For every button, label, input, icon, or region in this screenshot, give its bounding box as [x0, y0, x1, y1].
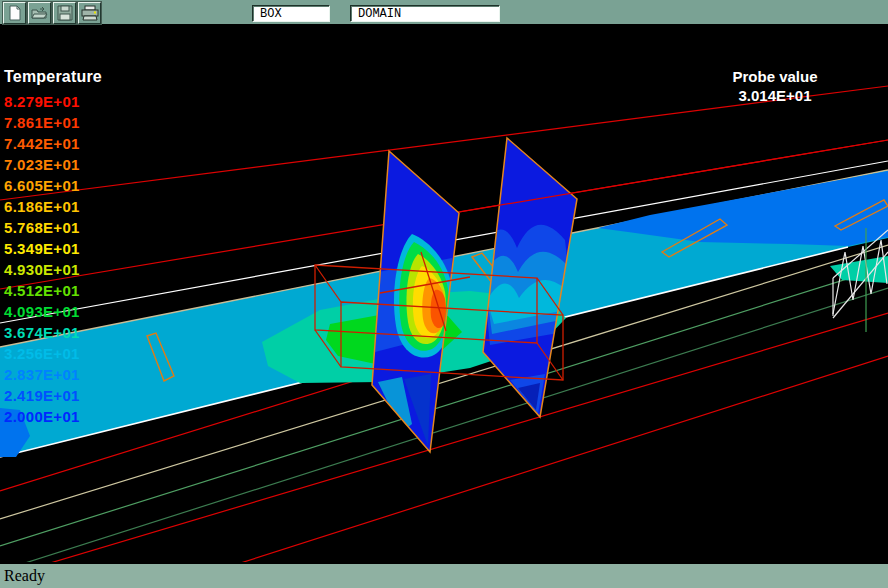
legend-value: 4.512E+01 — [4, 280, 102, 301]
legend-value: 5.768E+01 — [4, 217, 102, 238]
legend-value: 2.419E+01 — [4, 385, 102, 406]
probe-value: 3.014E+01 — [700, 87, 850, 104]
legend-value: 2.837E+01 — [4, 364, 102, 385]
save-floppy-icon — [57, 5, 73, 21]
legend-title: Temperature — [4, 68, 102, 86]
legend-value: 6.605E+01 — [4, 175, 102, 196]
legend-value: 7.442E+01 — [4, 133, 102, 154]
print-icon — [81, 5, 99, 21]
legend-value: 7.023E+01 — [4, 154, 102, 175]
new-button[interactable] — [3, 2, 26, 24]
open-folder-icon — [31, 5, 48, 21]
status-bar: Ready — [0, 562, 888, 588]
probe-readout: Probe value 3.014E+01 — [700, 68, 850, 104]
probe-label: Probe value — [700, 68, 850, 85]
new-document-icon — [7, 5, 23, 21]
object-selector-field[interactable] — [252, 5, 330, 22]
legend-value: 2.000E+01 — [4, 406, 102, 427]
legend-values: 8.279E+017.861E+017.442E+017.023E+016.60… — [4, 91, 102, 427]
open-button[interactable] — [28, 2, 51, 24]
legend-value: 5.349E+01 — [4, 238, 102, 259]
save-button[interactable] — [53, 2, 76, 24]
print-button[interactable] — [78, 2, 101, 24]
temperature-legend: Temperature 8.279E+017.861E+017.442E+017… — [4, 68, 102, 427]
domain-selector-field[interactable] — [350, 5, 500, 22]
legend-value: 3.256E+01 — [4, 343, 102, 364]
legend-value: 8.279E+01 — [4, 91, 102, 112]
status-text: Ready — [4, 567, 45, 584]
toolbar — [0, 0, 888, 26]
legend-value: 7.861E+01 — [4, 112, 102, 133]
legend-value: 6.186E+01 — [4, 196, 102, 217]
legend-value: 4.930E+01 — [4, 259, 102, 280]
viewport-3d[interactable]: Temperature 8.279E+017.861E+017.442E+017… — [0, 28, 888, 562]
legend-value: 4.093E+01 — [4, 301, 102, 322]
scene-3d — [0, 28, 888, 562]
legend-value: 3.674E+01 — [4, 322, 102, 343]
